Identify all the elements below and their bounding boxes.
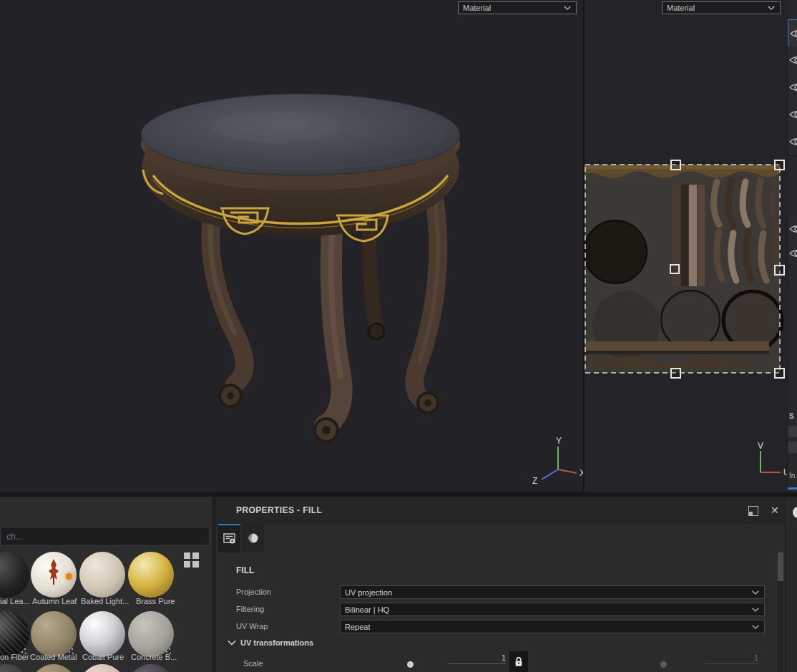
viewport-3d[interactable]: Material bbox=[0, 0, 583, 492]
material-name: Concrete B... bbox=[131, 653, 177, 661]
panel-icon-fragment bbox=[793, 507, 797, 518]
oak-leaf-icon bbox=[44, 557, 64, 586]
material-thumb[interactable] bbox=[79, 552, 125, 598]
chevron-down-icon bbox=[767, 5, 776, 11]
field-label: Filtering bbox=[236, 605, 264, 613]
scrollbar-thumb[interactable] bbox=[778, 552, 783, 581]
cutoff-button[interactable] bbox=[788, 426, 797, 437]
section-title: FILL bbox=[236, 565, 254, 575]
collapse-chevron-icon[interactable] bbox=[228, 640, 236, 646]
material-thumb[interactable] bbox=[0, 552, 29, 598]
eye-icon[interactable] bbox=[789, 56, 797, 65]
layer-row[interactable] bbox=[788, 47, 797, 74]
eye-icon[interactable] bbox=[790, 29, 797, 39]
cutoff-panel-label: S bbox=[789, 412, 794, 420]
material-thumb[interactable] bbox=[79, 611, 125, 657]
eye-icon[interactable] bbox=[789, 137, 797, 147]
layer-row[interactable] bbox=[788, 101, 797, 129]
scale-value[interactable]: 1 bbox=[456, 653, 506, 662]
uv-wrap-dropdown[interactable]: Repeat bbox=[340, 620, 765, 633]
material-name: Brass Pure bbox=[136, 597, 175, 605]
tab-material[interactable] bbox=[242, 524, 264, 552]
material-tab-icon bbox=[248, 532, 259, 544]
cutoff-panel-label: In bbox=[789, 472, 795, 479]
grid-view-icon[interactable] bbox=[184, 552, 199, 568]
material-name: Cobalt Pure bbox=[82, 653, 124, 661]
projection-dropdown[interactable]: UV projection bbox=[340, 585, 765, 599]
properties-panel: PROPERTIES - FILL ✕ FILL Projection UV p… bbox=[216, 497, 785, 672]
material-thumb[interactable] bbox=[31, 664, 77, 672]
scale-label: Scale bbox=[243, 659, 263, 668]
material-badge-icon bbox=[66, 573, 72, 580]
axis-y-label: Y bbox=[556, 436, 562, 446]
eye-icon[interactable] bbox=[789, 110, 797, 120]
material-name: ial Lea... bbox=[0, 597, 30, 605]
material-name: Coated Metal bbox=[30, 653, 77, 661]
scale-lock-button[interactable] bbox=[509, 651, 528, 672]
tab-properties[interactable] bbox=[218, 524, 240, 552]
view-mode-dropdown-uv[interactable]: Material bbox=[662, 1, 781, 14]
app-window: Material bbox=[0, 0, 797, 672]
axis-gizmo-uv: V U bbox=[748, 441, 787, 484]
eye-icon[interactable] bbox=[789, 225, 797, 234]
eye-icon[interactable] bbox=[789, 249, 797, 258]
uv-wrap-value: Repeat bbox=[345, 623, 751, 631]
scale-slider-handle-2[interactable] bbox=[660, 661, 667, 668]
layer-row[interactable] bbox=[788, 74, 797, 102]
scale-value-underline-2 bbox=[705, 663, 758, 664]
selected-tab-indicator bbox=[788, 487, 797, 490]
close-icon[interactable]: ✕ bbox=[771, 505, 779, 515]
axis-v-label: V bbox=[758, 441, 763, 451]
filtering-dropdown[interactable]: Bilinear | HQ bbox=[340, 603, 765, 616]
chevron-down-icon bbox=[563, 5, 572, 11]
layers-panel-edge: S In bbox=[787, 0, 797, 492]
material-thumb[interactable] bbox=[0, 664, 29, 672]
material-name: on Fiber bbox=[0, 653, 29, 661]
scale-slider-handle[interactable] bbox=[407, 661, 414, 668]
layer-row-selected[interactable] bbox=[788, 19, 797, 48]
filtering-value: Bilinear | HQ bbox=[345, 605, 751, 614]
eye-icon[interactable] bbox=[789, 83, 797, 92]
view-mode-label-uv: Material bbox=[667, 4, 767, 12]
chevron-down-icon bbox=[751, 607, 760, 613]
popout-icon[interactable] bbox=[748, 506, 758, 516]
chevron-down-icon bbox=[751, 624, 760, 630]
view-mode-label-3d: Material bbox=[463, 4, 563, 12]
assets-panel: ial Lea... Autumn Leaf Baked Light... Br… bbox=[0, 497, 212, 672]
uv-transformations-header[interactable]: UV transformations bbox=[240, 638, 313, 647]
table-3d-model[interactable] bbox=[122, 89, 479, 444]
chevron-down-icon bbox=[751, 590, 760, 595]
view-mode-dropdown-3d[interactable]: Material bbox=[458, 1, 577, 14]
properties-tab-icon bbox=[223, 533, 236, 545]
layer-row[interactable] bbox=[788, 217, 797, 242]
material-thumb[interactable] bbox=[79, 664, 125, 672]
material-thumb[interactable] bbox=[128, 552, 174, 598]
axis-gizmo-3d: Y X Z bbox=[529, 435, 583, 487]
lock-icon bbox=[514, 656, 524, 668]
axis-z-label: Z bbox=[532, 476, 537, 486]
layer-row[interactable] bbox=[788, 128, 797, 156]
material-thumb[interactable] bbox=[128, 664, 174, 672]
properties-title: PROPERTIES - FILL bbox=[236, 505, 322, 515]
material-name: Baked Light... bbox=[81, 597, 129, 605]
cutoff-button[interactable] bbox=[788, 442, 797, 453]
right-panel-edge-bottom bbox=[785, 497, 797, 672]
properties-header[interactable]: PROPERTIES - FILL ✕ bbox=[216, 497, 785, 524]
search-input[interactable] bbox=[0, 527, 210, 546]
scrollbar-track[interactable] bbox=[778, 552, 783, 672]
field-label: UV Wrap bbox=[236, 622, 268, 630]
material-name: Autumn Leaf bbox=[32, 597, 77, 605]
scale-value-2[interactable]: 1 bbox=[708, 653, 758, 662]
uv-texture-canvas[interactable] bbox=[585, 159, 787, 381]
scale-value-underline bbox=[447, 663, 506, 664]
field-label: Projection bbox=[236, 588, 271, 596]
viewport-uv[interactable]: Material bbox=[585, 0, 787, 492]
layer-row[interactable] bbox=[788, 241, 797, 266]
projection-value: UV projection bbox=[345, 588, 751, 597]
